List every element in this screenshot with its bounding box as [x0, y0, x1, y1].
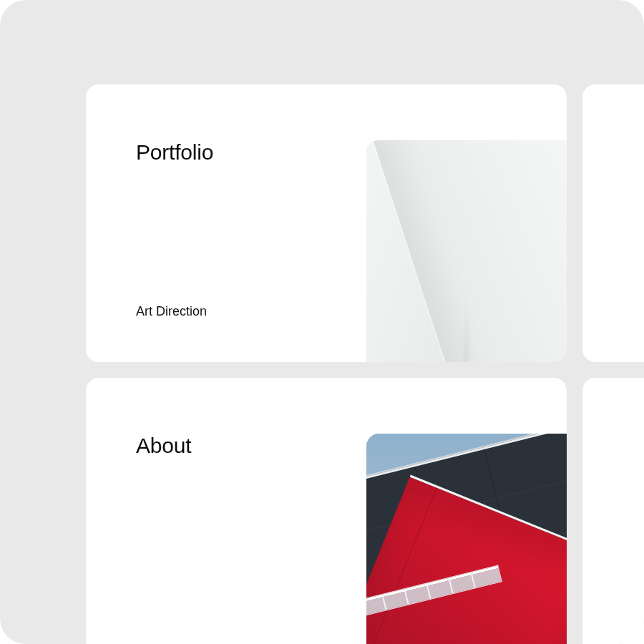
card-subtitle: Art Direction	[136, 304, 323, 319]
card-title: Portfolio	[136, 140, 323, 165]
card-text: About	[136, 434, 323, 613]
card-text: Portfolio Art Direction	[136, 140, 323, 319]
card-thumbnail	[366, 140, 567, 362]
card-title: About	[136, 434, 323, 458]
preview-stage: Portfolio Art Direction About	[0, 0, 644, 644]
card-thumbnail	[366, 434, 567, 644]
card-next-peek[interactable]	[582, 378, 644, 644]
card-portfolio[interactable]: Portfolio Art Direction	[86, 84, 567, 362]
card-next-peek[interactable]	[582, 84, 644, 362]
card-about[interactable]: About	[86, 378, 567, 644]
